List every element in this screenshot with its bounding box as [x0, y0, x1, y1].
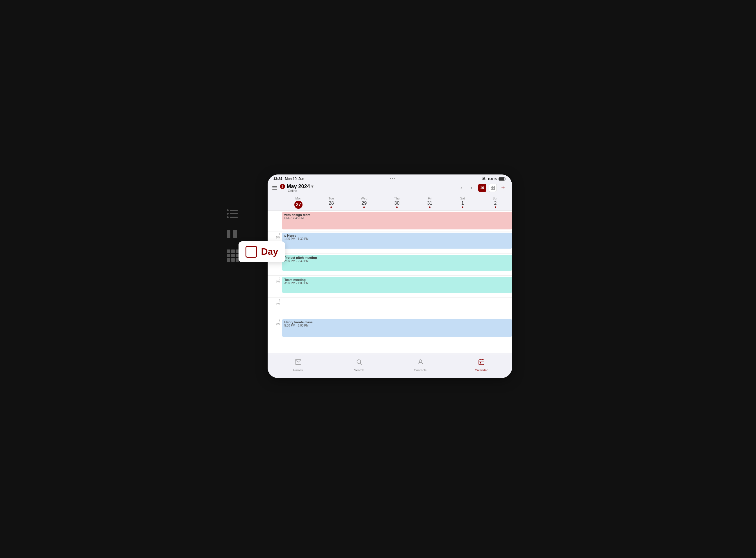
add-event-button[interactable]: +: [499, 184, 507, 192]
time-row-4pm: 4PM: [268, 298, 512, 318]
nav-prev-button[interactable]: ‹: [457, 184, 465, 192]
view-toggle-button[interactable]: [489, 184, 497, 192]
day-view-tooltip[interactable]: Day: [238, 242, 285, 262]
person-icon: [417, 358, 424, 367]
list-view-icon-group: [227, 209, 239, 218]
tab-calendar[interactable]: Calendar: [451, 358, 512, 372]
svg-rect-3: [493, 188, 495, 189]
status-date: Mon 10. Jun: [285, 177, 304, 181]
two-column-grid-icon-group: [227, 230, 239, 238]
tab-calendar-label: Calendar: [475, 369, 488, 372]
status-bar: 13:24 Mon 10. Jun ••• ⌘ 100 %: [268, 175, 512, 182]
calendar-body: with design team PM - 12:45 PM 1PM p Hen…: [268, 211, 512, 353]
hamburger-menu-icon[interactable]: [272, 186, 277, 189]
tab-emails-label: Emails: [293, 369, 303, 372]
time-label-12pm: [268, 211, 282, 212]
time-row-1pm: 1PM p Henry 1:00 PM - 1:30 PM: [268, 231, 512, 254]
svg-rect-2: [491, 188, 493, 189]
tablet-device: 13:24 Mon 10. Jun ••• ⌘ 100 %: [268, 175, 512, 378]
status-indicators: ⌘ 100 %: [482, 177, 506, 181]
day-label: Day: [261, 246, 278, 257]
time-label-5pm: 5PM: [268, 318, 282, 326]
time-label-1pm: 1PM: [268, 231, 282, 239]
event-karate[interactable]: Henry karate class 5:00 PM - 6:00 PM: [282, 319, 512, 337]
three-column-grid-icon-group: [227, 250, 239, 262]
battery-percent: 100 %: [487, 177, 497, 181]
event-p-henry[interactable]: p Henry 1:00 PM - 1:30 PM: [282, 233, 512, 249]
svg-line-6: [360, 363, 362, 365]
week-day-fri: Fri 31: [413, 196, 446, 209]
status-time: 13:24: [273, 177, 282, 181]
search-icon: [356, 358, 363, 367]
month-title[interactable]: May 2024 ▾: [287, 183, 313, 189]
header-left: 1 May 2024 ▾ Online: [272, 183, 313, 193]
svg-rect-8: [479, 360, 484, 365]
mail-icon: [295, 358, 302, 367]
outer-container: Day 13:24 Mon 10. Jun ••• ⌘ 100 %: [244, 175, 512, 384]
unread-badge: 1: [280, 184, 285, 189]
svg-rect-0: [491, 186, 493, 187]
tab-search-label: Search: [354, 369, 364, 372]
nav-next-button[interactable]: ›: [468, 184, 476, 192]
week-day-thu: Thu 30: [380, 196, 413, 209]
calendar-header: 1 May 2024 ▾ Online ‹ › 10: [268, 182, 512, 195]
tab-contacts-label: Contacts: [414, 369, 426, 372]
time-label-3pm: 3PM: [268, 276, 282, 284]
left-icon-panel: [227, 209, 239, 262]
svg-rect-1: [493, 186, 495, 187]
event-project-pitch[interactable]: Project pitch meeting 2:00 PM - 2:30 PM: [282, 255, 512, 271]
tab-bar: Emails Search Contacts: [268, 355, 512, 378]
svg-point-5: [357, 360, 361, 363]
event-team-meeting[interactable]: Team meeting 3:00 PM - 4:00 PM: [282, 277, 512, 293]
week-header: Mon 27 Tue 28 Wed 29 Thu 30 Fri: [268, 195, 512, 211]
week-day-tue: Tue 28: [315, 196, 348, 209]
header-right: ‹ › 10 +: [457, 184, 507, 192]
time-label-4pm: 4PM: [268, 298, 282, 306]
week-day-wed: Wed 29: [348, 196, 380, 209]
time-row-5pm: 5PM Henry karate class 5:00 PM - 6:00 PM: [268, 318, 512, 340]
svg-rect-12: [480, 362, 481, 363]
status-dots: •••: [390, 177, 397, 181]
battery-icon: [499, 177, 506, 181]
tab-emails[interactable]: Emails: [268, 358, 329, 372]
event-design-team[interactable]: with design team PM - 12:45 PM: [282, 212, 512, 229]
tab-search[interactable]: Search: [329, 358, 390, 372]
status-time-date: 13:24 Mon 10. Jun: [273, 177, 304, 181]
week-day-mon: Mon 27: [282, 196, 315, 209]
today-button[interactable]: 10: [478, 184, 486, 192]
tab-contacts[interactable]: Contacts: [390, 358, 451, 372]
wifi-icon: ⌘: [482, 177, 486, 181]
day-icon: [246, 246, 257, 258]
time-row-2pm: 2PM Project pitch meeting 2:00 PM - 2:30…: [268, 254, 512, 276]
svg-point-7: [419, 360, 422, 362]
week-day-sun: Sun 2: [479, 196, 512, 209]
time-row-3pm: 3PM Team meeting 3:00 PM - 4:00 PM: [268, 276, 512, 298]
calendar-icon: [478, 358, 485, 367]
week-day-sat: Sat 1: [446, 196, 479, 209]
time-row-12pm: with design team PM - 12:45 PM: [268, 211, 512, 231]
